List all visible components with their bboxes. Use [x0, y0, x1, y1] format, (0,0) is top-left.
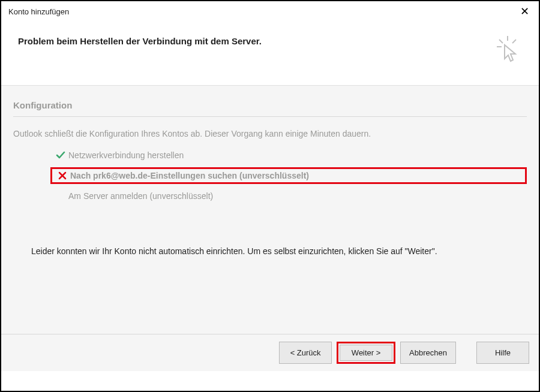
back-button[interactable]: < Zurück [279, 342, 332, 364]
close-icon[interactable]: ✕ [517, 5, 533, 18]
cancel-button[interactable]: Abbrechen [400, 342, 456, 364]
window-title: Konto hinzufügen [8, 7, 69, 16]
config-intro: Outlook schließt die Konfiguration Ihres… [13, 129, 527, 138]
step-search-label: Nach prk6@web.de-Einstellungen suchen (u… [70, 171, 309, 180]
step-login: Am Server anmelden (unverschlüsselt) [50, 188, 527, 204]
titlebar: Konto hinzufügen ✕ [1, 1, 539, 22]
next-button[interactable]: Weiter > [340, 345, 392, 361]
step-network: Netzwerkverbindung herstellen [50, 147, 527, 164]
step-login-label: Am Server anmelden (unverschlüsselt) [68, 191, 213, 201]
step-network-label: Netzwerkverbindung herstellen [68, 150, 184, 160]
section-title: Konfiguration [13, 100, 527, 110]
svg-line-2 [512, 40, 516, 43]
step-list: Netzwerkverbindung herstellen Nach prk6@… [13, 147, 527, 204]
button-gap [461, 342, 472, 364]
button-bar: < Zurück Weiter > Abbrechen Hilfe [1, 334, 539, 371]
body-area: Konfiguration Outlook schließt die Konfi… [1, 85, 539, 371]
svg-line-1 [499, 40, 503, 43]
summary-text: Leider konnten wir Ihr Konto nicht autom… [31, 246, 527, 256]
help-button[interactable]: Hilfe [476, 342, 529, 364]
section-divider [13, 116, 527, 117]
cursor-click-icon [496, 36, 520, 65]
next-button-highlight: Weiter > [337, 342, 395, 364]
error-x-icon [55, 171, 70, 180]
header-message: Problem beim Herstellen der Verbindung m… [18, 36, 262, 46]
check-icon [53, 150, 68, 161]
header-area: Problem beim Herstellen der Verbindung m… [1, 22, 539, 85]
step-search-highlighted: Nach prk6@web.de-Einstellungen suchen (u… [50, 167, 527, 184]
